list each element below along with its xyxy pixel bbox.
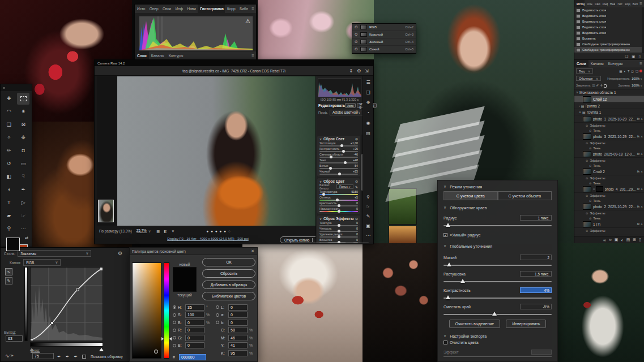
effect-visibility-eye-icon[interactable]: ⊙ — [589, 217, 591, 220]
field-value[interactable]: 95 — [228, 350, 248, 356]
effect-visibility-eye-icon[interactable]: ⊙ — [586, 124, 588, 127]
layer-effect-row[interactable]: ⊙Тень — [574, 216, 644, 221]
layer-row[interactable]: Слой 2fx∧ — [574, 168, 644, 175]
tab-Корр[interactable]: Корр — [622, 0, 630, 7]
layer-effect-row[interactable]: ⊙Тень — [574, 128, 644, 133]
history-item[interactable]: Видимость слоя — [574, 24, 644, 30]
slider-thumb[interactable] — [330, 156, 332, 158]
field-value[interactable]: 0 — [228, 312, 248, 318]
pen-tool[interactable]: ✒ — [17, 184, 29, 196]
layer-fx-badge[interactable]: fx — [637, 117, 641, 120]
acr-histogram[interactable] — [318, 78, 361, 97]
fx-collapse-chevron[interactable]: ∧ — [641, 170, 643, 173]
delete-icon[interactable]: ▯ — [638, 54, 641, 59]
color-field[interactable] — [132, 262, 161, 359]
healing-icon[interactable]: ❉ — [366, 100, 370, 105]
brush-tool[interactable]: ✏ — [3, 145, 15, 157]
effect-visibility-eye-icon[interactable]: ⊙ — [589, 146, 591, 150]
field-radio[interactable] — [173, 321, 176, 324]
masking-icon[interactable]: ◔ — [367, 110, 370, 115]
layer-effect-row[interactable]: ⊙Тень — [574, 198, 644, 203]
channel-row[interactable]: ⊙СинийCtrl+5 — [352, 46, 416, 53]
effect-visibility-eye-icon[interactable]: ⊙ — [589, 234, 591, 235]
red-eye-icon[interactable]: ◉ — [366, 120, 370, 126]
invert-button[interactable]: Инвертировать — [506, 320, 546, 328]
field-value[interactable]: 0 — [228, 320, 248, 326]
filter-adjustment-icon[interactable]: ◐ — [624, 70, 626, 73]
expand-chevron[interactable]: › — [579, 104, 580, 107]
eyedropper-tool[interactable]: ✧ — [3, 132, 15, 144]
gray-point-eyedropper[interactable]: ✒ — [66, 354, 70, 359]
history-brush-tool[interactable]: ↺ — [3, 158, 15, 170]
effect-visibility-eye-icon[interactable]: ⊙ — [589, 164, 591, 167]
layer-row[interactable]: photo_2025-09-18_12-03-58fx∧ — [574, 150, 644, 158]
settings-gear-icon[interactable]: ⚙ — [357, 68, 361, 74]
lock-transparency-icon[interactable]: ◫ — [592, 84, 595, 87]
layer-mask-icon[interactable]: ▣ — [615, 238, 619, 242]
smart-radius-checkbox[interactable]: ✓ — [443, 233, 447, 237]
input-value[interactable]: 75 — [32, 353, 54, 359]
layer-row[interactable]: photo_3_2025-10-29_22-13-37fx∧ — [574, 133, 644, 140]
tab-Каналы[interactable]: Каналы — [149, 51, 167, 59]
visibility-eye-icon[interactable]: ⊙ — [355, 25, 358, 29]
slider-thumb[interactable] — [342, 150, 345, 153]
layer-effect-row[interactable]: ⊙Эффекты — [574, 210, 644, 216]
slider-thumb[interactable] — [460, 279, 465, 283]
effect-visibility-eye-icon[interactable]: ⊙ — [586, 141, 588, 145]
field-radio[interactable] — [216, 313, 219, 317]
slider-thumb[interactable] — [338, 241, 340, 243]
fill-value[interactable]: 100% — [632, 84, 639, 87]
tab-Нави[interactable]: Нави — [608, 0, 616, 7]
before-after-icon[interactable]: ◧ — [164, 229, 167, 233]
slider-track[interactable] — [319, 145, 358, 146]
delete-layer-icon[interactable]: ▯ — [639, 238, 641, 242]
crop-icon[interactable]: ❑ — [366, 90, 370, 95]
tab-Корр[interactable]: Корр — [225, 5, 237, 13]
visibility-eye-icon[interactable]: ⊙ — [355, 47, 358, 51]
channel-dropdown[interactable]: RGB∨ — [23, 259, 61, 266]
history-item[interactable]: Свободное трансформирование — [574, 41, 644, 47]
lock-move-icon[interactable]: ✛ — [600, 84, 603, 87]
slider-track[interactable] — [319, 242, 358, 243]
slider-thumb[interactable] — [446, 295, 450, 299]
panel-menu-icon[interactable]: ≡ — [638, 60, 644, 67]
refine-slider-Растушевка[interactable]: Растушевка1,5 пикс. — [443, 266, 552, 282]
smudge-tool[interactable]: ☟ — [17, 171, 29, 183]
acr-slider-Тени[interactable]: Тени+48 — [319, 158, 358, 163]
black-point-eyedropper[interactable]: ✒ — [57, 354, 61, 359]
dialog-button-Библиотеки цветов[interactable]: Библиотеки цветов — [202, 292, 255, 300]
field-radio[interactable] — [173, 336, 176, 339]
style-dropdown[interactable]: Заказная∨ — [18, 250, 91, 257]
new-layer-icon[interactable]: ⊞ — [633, 238, 636, 242]
tab-Опер[interactable]: Опер — [585, 0, 592, 7]
effect-visibility-eye-icon[interactable]: ⊙ — [586, 176, 588, 180]
field-value[interactable]: 58 — [228, 327, 248, 333]
slider-value[interactable]: 4% — [520, 287, 552, 293]
history-scrollbar[interactable] — [642, 7, 644, 53]
layer-thumbnail[interactable] — [583, 151, 591, 157]
effect-visibility-eye-icon[interactable]: ⊙ — [586, 229, 588, 232]
clear-selection-button[interactable]: Очистить выделение — [449, 320, 501, 328]
new-group-icon[interactable]: ▤ — [626, 238, 630, 242]
slider-track[interactable] — [319, 168, 358, 169]
tab-Гист[interactable]: Гист — [615, 0, 622, 7]
blend-mode-dropdown[interactable]: Обычные∨ — [576, 76, 601, 81]
filter-toggle-dot[interactable] — [639, 70, 642, 72]
fx-collapse-chevron[interactable]: ∧ — [641, 152, 643, 156]
tab-Слои[interactable]: Слои — [574, 60, 588, 67]
field-value[interactable]: 0 — [185, 320, 204, 326]
tab-Каналы[interactable]: Каналы — [588, 60, 606, 67]
refine-slider-Сместить край[interactable]: Сместить край-5% — [443, 299, 552, 315]
layer-effect-row[interactable]: ⊙Эффекты — [574, 123, 644, 128]
edit-mode-Авто[interactable]: Авто — [345, 103, 356, 108]
acr-slider-Насыщенность[interactable]: Насыщенность0 — [319, 207, 358, 212]
layer-thumbnail[interactable] — [583, 169, 591, 175]
radius-value[interactable]: 1 пикс. — [520, 215, 552, 221]
panel-menu-icon[interactable]: ≡ — [250, 51, 256, 59]
image-info-link[interactable]: Display P3 - 16 бит - 4000 x 6000 (24,0 … — [129, 237, 287, 240]
layer-thumbnail[interactable] — [583, 116, 591, 122]
hand-icon[interactable]: ☞ — [366, 204, 370, 209]
healing-brush-tool[interactable]: ❉ — [17, 132, 29, 144]
tab-Нави[interactable]: Нави — [185, 5, 198, 13]
acr-slider-Виньетка[interactable]: Виньетка0 — [319, 238, 358, 243]
